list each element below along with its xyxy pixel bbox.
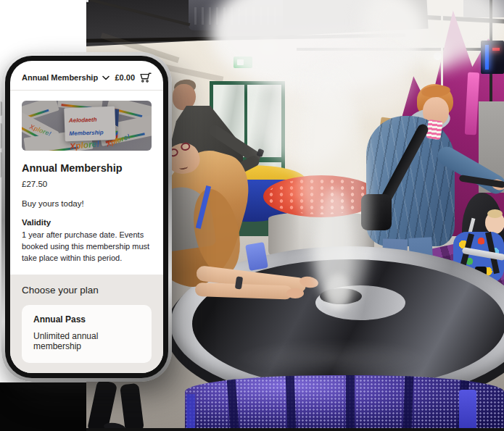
- product-selector-label: Annual Membership: [22, 73, 98, 82]
- plan-section-title: Choose your plan: [22, 285, 152, 296]
- plan-description: Unlimited annual membership: [33, 331, 140, 351]
- cart-button[interactable]: £0.00: [115, 72, 152, 83]
- smoke-wisp: [326, 274, 350, 310]
- phone-volume-up-button: [0, 123, 2, 148]
- phone-mockup: Annual Membership £0.00 X: [1, 52, 172, 382]
- image-dim-overlay: [22, 101, 152, 151]
- validity-label: Validity: [22, 218, 152, 227]
- table-reflection: [231, 339, 434, 377]
- neon-tube: [492, 48, 500, 51]
- photo-bottom-edge: [86, 428, 504, 431]
- product-price: £27.50: [22, 180, 152, 188]
- baby-hair: [487, 209, 503, 218]
- pink-scarf: [426, 120, 442, 141]
- phone-power-button: [0, 101, 2, 116]
- base-blue-frame: [186, 394, 195, 431]
- base-blue-frame: [459, 390, 476, 431]
- cart-total: £0.00: [115, 73, 135, 82]
- rivet: [86, 0, 88, 2]
- cart-icon: [139, 72, 152, 83]
- phone-volume-down-button: [0, 152, 2, 177]
- plan-option-annual-pass[interactable]: Annual Pass Unlimited annual membership: [22, 305, 152, 363]
- shop-header: Annual Membership £0.00: [10, 61, 163, 90]
- product-image: Xplore! Aelodaeth Membership Xplore! Xpl…: [22, 101, 152, 151]
- header-divider: [10, 90, 163, 91]
- bottom-left-black-panel: [0, 382, 86, 431]
- table-mesh-base: [185, 375, 504, 431]
- phone-screen: Annual Membership £0.00 X: [10, 61, 163, 373]
- product-selector[interactable]: Annual Membership: [22, 73, 110, 82]
- page: Annual Membership £0.00 X: [0, 0, 504, 431]
- phone-bezel: Annual Membership £0.00 X: [5, 56, 168, 378]
- base-strut: [346, 375, 355, 431]
- glasses-lens: [180, 141, 191, 151]
- product-title: Annual Membership: [22, 162, 152, 174]
- plan-section: Choose your plan Annual Pass Unlimited a…: [10, 275, 163, 373]
- validity-text: 1 year after purchase date. Events booke…: [22, 230, 152, 264]
- product-tagline: Buy yours today!: [22, 199, 152, 208]
- plan-name: Annual Pass: [33, 314, 140, 325]
- chevron-down-icon: [102, 75, 110, 80]
- girl-hand: [286, 288, 304, 298]
